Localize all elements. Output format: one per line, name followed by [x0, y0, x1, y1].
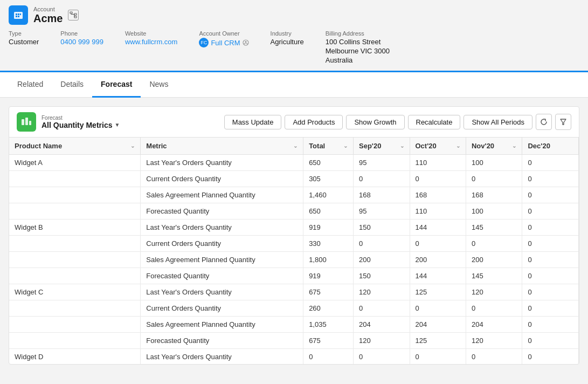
svg-rect-2	[18, 13, 19, 15]
billing-field: Billing Address 100 Collins Street Melbo…	[326, 30, 390, 64]
table-cell-sep20: 150	[354, 220, 410, 236]
table-cell-product	[9, 171, 141, 187]
forecast-table-wrapper[interactable]: Product Name ⌄ Metric ⌄ Total ⌄	[9, 138, 579, 364]
col-header-oct20[interactable]: Oct'20 ⌄	[410, 138, 466, 155]
billing-label: Billing Address	[326, 30, 390, 37]
svg-rect-4	[16, 16, 17, 17]
website-label: Website	[125, 30, 178, 37]
col-header-nov20[interactable]: Nov'20 ⌄	[466, 138, 522, 155]
table-cell-product[interactable]: Widget A	[9, 155, 141, 171]
table-cell-dec20: 0	[522, 268, 579, 284]
show-all-periods-button[interactable]: Show All Periods	[464, 115, 532, 129]
table-cell-nov20: 120	[466, 333, 522, 349]
table-cell-metric: Sales Agreement Planned Quantity	[141, 187, 303, 203]
svg-rect-0	[14, 12, 23, 19]
table-cell-sep20: 95	[354, 203, 410, 220]
tab-related[interactable]: Related	[9, 72, 52, 98]
table-cell-dec20: 0	[522, 187, 579, 203]
table-cell-metric: Current Orders Quantity	[141, 171, 303, 187]
table-row: Sales Agreement Planned Quantity1,800200…	[9, 252, 579, 268]
industry-value: Agriculture	[271, 38, 304, 46]
hierarchy-icon[interactable]	[68, 10, 79, 20]
table-cell-nov20: 0	[466, 236, 522, 252]
table-cell-nov20: 0	[466, 349, 522, 365]
table-cell-oct20: 0	[410, 236, 466, 252]
table-cell-total: 305	[303, 171, 354, 187]
table-cell-metric: Forecasted Quantity	[141, 203, 303, 220]
table-cell-metric: Last Year's Orders Quantity	[141, 155, 303, 171]
table-cell-product[interactable]: Widget D	[9, 349, 141, 365]
table-cell-dec20: 0	[522, 203, 579, 220]
table-cell-dec20: 0	[522, 300, 579, 317]
table-cell-oct20: 110	[410, 155, 466, 171]
forecast-subtitle[interactable]: All Quantity Metrics ▼	[41, 121, 219, 129]
owner-label: Account Owner	[199, 30, 248, 37]
owner-name[interactable]: Full CRM	[211, 39, 240, 47]
table-cell-dec20: 0	[522, 333, 579, 349]
owner-icon	[243, 39, 249, 46]
table-cell-sep20: 0	[354, 349, 410, 365]
col-header-product[interactable]: Product Name ⌄	[9, 138, 141, 155]
table-cell-oct20: 0	[410, 171, 466, 187]
col-header-metric[interactable]: Metric ⌄	[141, 138, 303, 155]
table-cell-sep20: 150	[354, 268, 410, 284]
phone-label: Phone	[60, 30, 103, 37]
account-name: Acme	[33, 12, 63, 25]
account-label: Account	[33, 6, 63, 12]
table-cell-metric: Forecasted Quantity	[141, 268, 303, 284]
website-field: Website www.fullcrm.com	[125, 30, 178, 64]
table-cell-total: 1,460	[303, 187, 354, 203]
billing-line3: Australia	[326, 56, 390, 64]
tab-forecast[interactable]: Forecast	[92, 72, 141, 98]
table-cell-nov20: 0	[466, 300, 522, 317]
account-header: Account Acme Type Customer Phone 0400 99…	[0, 0, 588, 72]
tab-news[interactable]: News	[141, 72, 177, 98]
table-cell-metric: Sales Agreement Planned Quantity	[141, 317, 303, 333]
table-cell-sep20: 0	[354, 171, 410, 187]
svg-marker-17	[561, 119, 566, 125]
table-row: Widget ALast Year's Orders Quantity65095…	[9, 155, 579, 171]
table-cell-total: 0	[303, 349, 354, 365]
table-cell-metric: Last Year's Orders Quantity	[141, 349, 303, 365]
show-growth-button[interactable]: Show Growth	[346, 115, 404, 129]
sort-icon-product: ⌄	[130, 143, 135, 149]
table-cell-nov20: 120	[466, 284, 522, 300]
table-row: Forecasted Quantity650951101000	[9, 203, 579, 220]
website-value[interactable]: www.fullcrm.com	[125, 38, 178, 46]
filter-button[interactable]	[555, 114, 571, 130]
table-cell-sep20: 95	[354, 155, 410, 171]
owner-field: Account Owner FC Full CRM	[199, 30, 248, 64]
col-header-dec20[interactable]: Dec'20	[522, 138, 579, 155]
mass-update-button[interactable]: Mass Update	[224, 115, 282, 129]
phone-field: Phone 0400 999 999	[60, 30, 103, 64]
table-cell-total: 1,800	[303, 252, 354, 268]
table-cell-sep20: 0	[354, 236, 410, 252]
table-cell-product	[9, 187, 141, 203]
table-cell-total: 330	[303, 236, 354, 252]
forecast-title-group: Forecast All Quantity Metrics ▼	[41, 115, 219, 129]
phone-value[interactable]: 0400 999 999	[60, 38, 103, 46]
forecast-section: Forecast All Quantity Metrics ▼ Mass Upd…	[9, 106, 579, 365]
table-row: Widget BLast Year's Orders Quantity91915…	[9, 220, 579, 236]
refresh-button[interactable]	[536, 114, 552, 130]
add-products-button[interactable]: Add Products	[285, 115, 343, 129]
table-cell-metric: Forecasted Quantity	[141, 333, 303, 349]
table-cell-product[interactable]: Widget C	[9, 284, 141, 300]
table-cell-total: 919	[303, 220, 354, 236]
forecast-dropdown-arrow: ▼	[114, 122, 120, 128]
account-details: Type Customer Phone 0400 999 999 Website…	[9, 30, 579, 71]
tab-details[interactable]: Details	[52, 72, 92, 98]
recalculate-button[interactable]: Recalculate	[408, 115, 461, 129]
table-cell-total: 919	[303, 268, 354, 284]
table-cell-oct20: 204	[410, 317, 466, 333]
svg-rect-16	[29, 121, 31, 125]
table-cell-oct20: 200	[410, 252, 466, 268]
table-cell-dec20: 0	[522, 349, 579, 365]
table-cell-total: 675	[303, 333, 354, 349]
svg-rect-3	[20, 13, 21, 15]
table-cell-product[interactable]: Widget B	[9, 220, 141, 236]
tabs-bar: Related Details Forecast News	[0, 72, 588, 98]
col-header-total[interactable]: Total ⌄	[303, 138, 354, 155]
table-row: Forecasted Quantity9191501441450	[9, 268, 579, 284]
col-header-sep20[interactable]: Sep'20 ⌄	[354, 138, 410, 155]
